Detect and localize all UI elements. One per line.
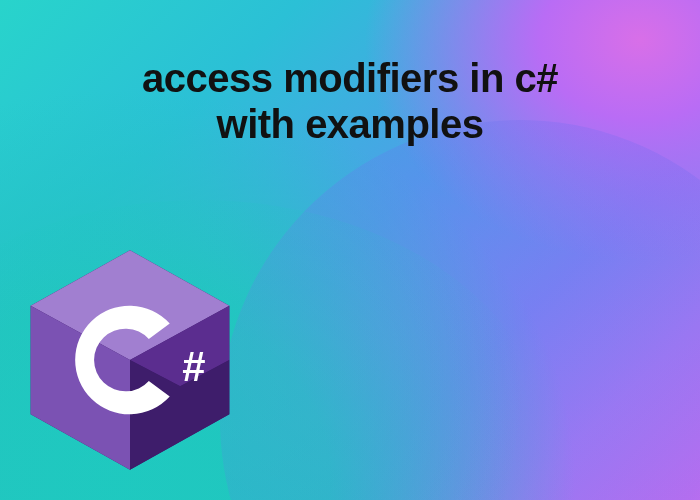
banner-canvas: access modifiers in c# with examples #	[0, 0, 700, 500]
csharp-logo-icon: #	[25, 245, 235, 475]
hash-symbol: #	[182, 343, 205, 390]
page-title: access modifiers in c# with examples	[0, 55, 700, 147]
title-line-2: with examples	[0, 101, 700, 147]
title-line-1: access modifiers in c#	[0, 55, 700, 101]
